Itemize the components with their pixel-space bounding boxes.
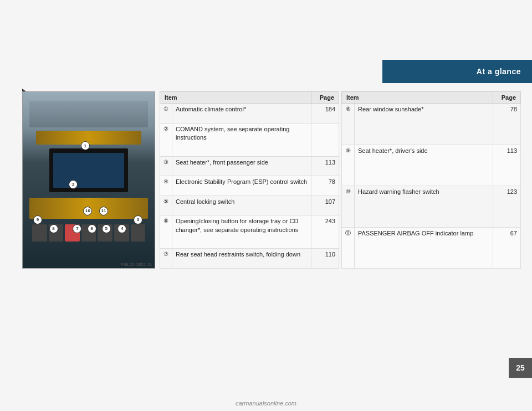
footer-watermark: carmanualsonline.com [236, 400, 296, 407]
dashboard-visual: 1 2 3 4 5 6 7 8 9 10 11 [23, 92, 155, 268]
row-number: ⑨ [342, 145, 355, 186]
row-number: ⑦ [160, 249, 172, 269]
right-table-page-header: Page [493, 92, 521, 104]
row-item: Automatic climate control* [172, 104, 311, 124]
table-row: ⑥ Opening/closing button for storage tra… [160, 215, 339, 249]
table-row: ③ Seat heater*, front passenger side 113 [160, 156, 339, 176]
row-page: 78 [493, 104, 521, 145]
row-page: 243 [311, 215, 339, 249]
row-item: Opening/closing button for storage tray … [172, 215, 311, 249]
left-table-item-header: Item [160, 92, 311, 104]
row-number: ⑪ [342, 227, 355, 269]
row-item: PASSENGER AIRBAG OFF indicator lamp [355, 227, 493, 269]
row-item: Rear window sunshade* [355, 104, 493, 145]
label-6: 6 [88, 224, 96, 233]
label-11: 11 [99, 207, 108, 215]
row-page [311, 123, 339, 156]
row-item: Electronic Stability Program (ESP) contr… [172, 176, 311, 196]
table-row: ⑨ Seat heater*, driver's side 113 [342, 145, 521, 186]
row-item: Rear seat head restraints switch, foldin… [172, 249, 311, 269]
car-image: 1 2 3 4 5 6 7 8 9 10 11 P68.20-2851-31 [22, 91, 155, 269]
row-number: ⑧ [342, 104, 355, 145]
right-table: Item Page ⑧ Rear window sunshade* 78 ⑨ S… [341, 91, 521, 269]
label-4: 4 [117, 224, 126, 233]
page-number: 25 [509, 358, 532, 378]
table-row: ④ Electronic Stability Program (ESP) con… [160, 176, 339, 196]
row-number: ⑥ [160, 215, 172, 249]
row-item: Central locking switch [172, 196, 311, 215]
table-row: ⑪ PASSENGER AIRBAG OFF indicator lamp 67 [342, 227, 521, 269]
left-table-page-header: Page [311, 92, 339, 104]
right-table-item-header: Item [342, 92, 493, 104]
row-number: ② [160, 123, 172, 156]
table-row: ⑩ Hazard warning flasher switch 123 [342, 186, 521, 228]
table-row: ⑦ Rear seat head restraints switch, fold… [160, 249, 339, 269]
label-5: 5 [102, 224, 111, 233]
table-row: ① Automatic climate control* 184 [160, 104, 339, 124]
table-row: ⑤ Central locking switch 107 [160, 196, 339, 215]
row-page: 113 [493, 145, 521, 186]
row-number: ⑩ [342, 186, 355, 228]
row-item: Seat heater*, driver's side [355, 145, 493, 186]
row-number: ③ [160, 156, 172, 176]
label-3: 3 [134, 215, 142, 224]
tables-area: Item Page ① Automatic climate control* 1… [160, 91, 521, 269]
row-number: ① [160, 104, 172, 124]
left-table: Item Page ① Automatic climate control* 1… [160, 91, 339, 269]
main-content: 1 2 3 4 5 6 7 8 9 10 11 P68.20-2851-31 I… [22, 91, 521, 269]
row-number: ⑤ [160, 196, 172, 215]
row-page: 107 [311, 196, 339, 215]
row-item: Seat heater*, front passenger side [172, 156, 311, 176]
label-7: 7 [73, 224, 81, 233]
table-row: ⑧ Rear window sunshade* 78 [342, 104, 521, 145]
header-banner: At a glance [382, 60, 532, 83]
row-number: ④ [160, 176, 172, 196]
label-1: 1 [81, 141, 90, 150]
row-page: 110 [311, 249, 339, 269]
label-8: 8 [49, 224, 58, 233]
row-page: 78 [311, 176, 339, 196]
row-page: 67 [493, 227, 521, 269]
row-page: 184 [311, 104, 339, 124]
row-item: Hazard warning flasher switch [355, 186, 493, 228]
row-page: 113 [311, 156, 339, 176]
image-caption: P68.20-2851-31 [121, 262, 152, 267]
row-item: COMAND system, see separate operating in… [172, 123, 311, 156]
table-row: ② COMAND system, see separate operating … [160, 123, 339, 156]
row-page: 123 [493, 186, 521, 228]
header-title: At a glance [477, 67, 521, 76]
label-9: 9 [33, 215, 42, 224]
